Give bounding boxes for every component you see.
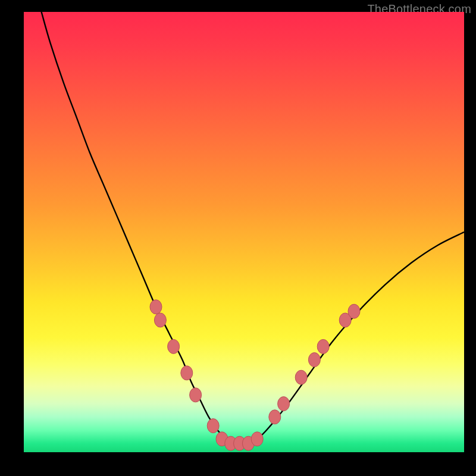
marker-dot <box>348 304 360 318</box>
markers-layer <box>24 12 464 452</box>
marker-dot <box>251 432 263 446</box>
marker-dot <box>278 397 290 411</box>
marker-dot <box>317 339 329 353</box>
plot-area <box>24 12 464 452</box>
marker-dot <box>269 410 281 424</box>
marker-dot <box>168 339 180 353</box>
marker-dot <box>190 388 202 402</box>
marker-dot <box>154 313 166 327</box>
marker-dot <box>207 419 219 433</box>
marker-dot <box>295 370 307 384</box>
chart-stage: TheBottleneck.com <box>0 0 476 476</box>
marker-dot <box>181 366 193 380</box>
marker-group <box>150 300 360 450</box>
marker-dot <box>150 300 162 314</box>
marker-dot <box>308 353 320 367</box>
